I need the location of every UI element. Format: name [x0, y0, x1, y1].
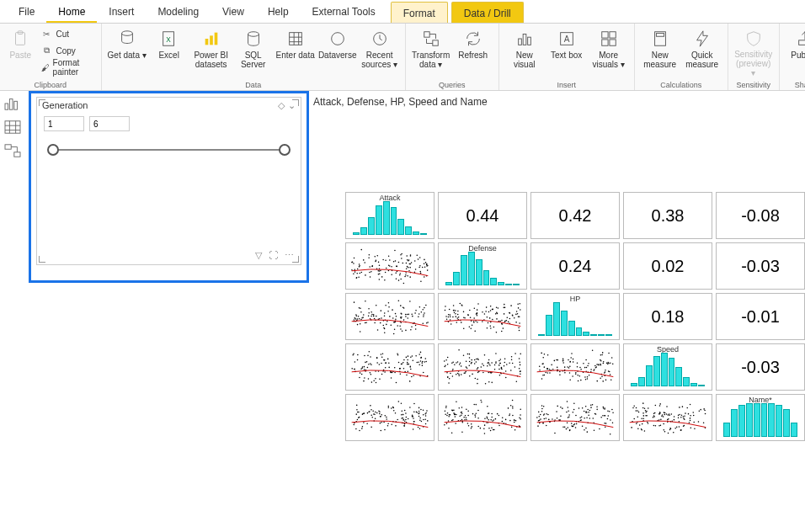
svg-point-931	[446, 415, 448, 417]
filter-icon[interactable]: ▽	[255, 250, 262, 261]
copy-button[interactable]: ⧉Copy	[37, 42, 95, 59]
textbox-button[interactable]: AText box	[546, 25, 587, 77]
pbidatasets-button[interactable]: Power BI datasets	[191, 25, 232, 77]
newmeasure-button[interactable]: New measure	[640, 25, 680, 77]
formatpainter-button[interactable]: 🖌Format painter	[37, 59, 95, 76]
svg-point-1130	[638, 412, 640, 413]
slicer-max-input[interactable]	[89, 116, 130, 131]
tab-modeling[interactable]: Modeling	[146, 1, 211, 23]
svg-point-1056	[587, 431, 589, 433]
data-view-button[interactable]	[3, 120, 24, 136]
tab-home[interactable]: Home	[46, 1, 97, 23]
slicer-selection[interactable]: Generation ◇ ⌄ ▽	[29, 91, 309, 283]
svg-point-155	[397, 325, 398, 327]
morevisuals-button[interactable]: More visuals ▾	[589, 25, 629, 77]
svg-point-114	[389, 265, 391, 267]
svg-point-110	[359, 265, 360, 267]
svg-point-709	[575, 374, 577, 375]
svg-point-413	[418, 361, 419, 363]
svg-point-970	[483, 428, 485, 429]
svg-point-733	[569, 380, 571, 381]
svg-point-434	[371, 374, 372, 375]
svg-point-1091	[539, 423, 541, 424]
group-share: Publish Share	[780, 24, 805, 90]
svg-point-1007	[568, 427, 569, 428]
svg-point-474	[416, 362, 418, 364]
refresh-button[interactable]: Refresh	[453, 25, 493, 77]
svg-point-1157	[674, 419, 675, 421]
svg-point-635	[600, 360, 602, 362]
svg-point-710	[596, 366, 598, 368]
svg-point-10	[331, 33, 344, 45]
svg-point-189	[360, 331, 361, 332]
svg-point-1096	[536, 417, 538, 418]
paste-button[interactable]: Paste	[5, 25, 35, 77]
slider-knob-max[interactable]	[279, 144, 291, 156]
svg-point-258	[395, 313, 397, 315]
svg-point-832	[425, 423, 427, 425]
svg-point-482	[398, 362, 400, 364]
svg-point-789	[385, 415, 387, 417]
svg-point-753	[404, 410, 406, 412]
eraser-icon[interactable]: ◇	[278, 100, 285, 111]
svg-point-811	[353, 424, 355, 426]
quickmeasure-button[interactable]: Quick measure	[682, 25, 722, 77]
svg-point-359	[476, 313, 477, 315]
recentsources-button[interactable]: Recent sources ▾	[360, 25, 400, 77]
dataverse-button[interactable]: Dataverse	[317, 25, 358, 77]
getdata-button[interactable]: Get data ▾	[107, 25, 147, 77]
report-view-button[interactable]	[3, 96, 24, 113]
svg-point-470	[406, 357, 408, 359]
svg-point-372	[496, 312, 498, 314]
svg-point-868	[381, 414, 382, 416]
slider-knob-min[interactable]	[47, 144, 59, 156]
svg-point-591	[488, 364, 490, 365]
publish-button[interactable]: Publish	[785, 25, 805, 77]
svg-point-145	[368, 258, 370, 259]
sqlserver-button[interactable]: SQL Server	[233, 25, 274, 77]
model-view-button[interactable]	[3, 143, 24, 160]
svg-point-786	[425, 415, 427, 417]
newvisual-button[interactable]: New visual	[504, 25, 545, 77]
svg-rect-12	[424, 32, 429, 37]
svg-point-129	[419, 265, 421, 267]
tab-datadrill[interactable]: Data / Drill	[451, 2, 524, 23]
svg-point-1120	[685, 412, 686, 414]
svg-point-138	[396, 266, 397, 268]
svg-point-872	[451, 433, 453, 434]
svg-point-1078	[548, 419, 550, 421]
svg-point-89	[389, 259, 391, 261]
scatterplot-matrix[interactable]: Attack0.440.420.38-0.08Defense0.240.02-0…	[345, 192, 805, 444]
svg-point-848	[380, 416, 381, 418]
slicer-range-slider[interactable]	[49, 141, 289, 158]
tab-view[interactable]: View	[211, 1, 256, 23]
enterdata-button[interactable]: Enter data	[275, 25, 316, 77]
svg-point-897	[486, 417, 488, 418]
tab-externaltools[interactable]: External Tools	[301, 1, 387, 23]
svg-point-312	[455, 310, 456, 311]
tab-insert[interactable]: Insert	[97, 1, 146, 23]
cut-button[interactable]: ✂Cut	[37, 25, 95, 42]
svg-point-703	[588, 363, 589, 364]
more-icon[interactable]: ⋯	[285, 250, 294, 261]
tab-format[interactable]: Format	[391, 2, 448, 23]
group-label-insert: Insert	[504, 80, 629, 89]
svg-point-699	[542, 375, 544, 376]
svg-point-728	[541, 378, 543, 380]
slicer-visual[interactable]: Generation ◇ ⌄ ▽	[36, 97, 301, 265]
focus-icon[interactable]: ⛶	[269, 250, 278, 261]
tab-help[interactable]: Help	[256, 1, 301, 23]
transformdata-button[interactable]: Transform data ▾	[411, 25, 451, 77]
svg-point-443	[364, 355, 365, 357]
svg-point-622	[488, 359, 490, 361]
svg-point-681	[568, 359, 569, 361]
excel-button[interactable]: XExcel	[149, 25, 189, 77]
sensitivity-button[interactable]: Sensitivity (preview) ▾	[733, 25, 774, 77]
svg-point-564	[505, 370, 507, 372]
svg-point-1112	[690, 428, 692, 429]
tab-file[interactable]: File	[7, 1, 46, 23]
svg-point-1211	[637, 428, 639, 430]
slicer-min-input[interactable]	[44, 116, 84, 131]
svg-point-610	[481, 366, 482, 368]
report-canvas[interactable]: Generation ◇ ⌄ ▽	[27, 91, 805, 532]
